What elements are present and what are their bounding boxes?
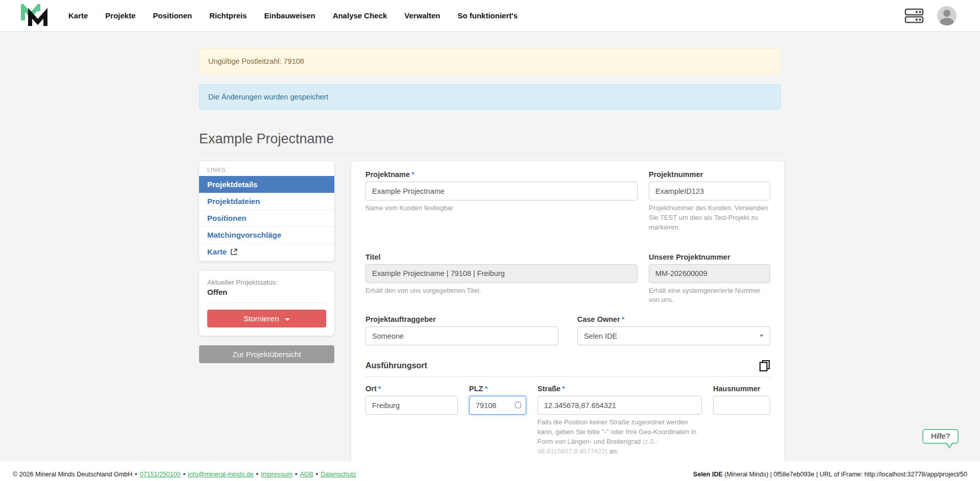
projektnummer-input[interactable]	[649, 182, 770, 200]
case-owner-label: Case Owner*	[577, 315, 770, 323]
status-panel: Aktueller Projektstatus: Offen Storniere…	[199, 271, 334, 336]
label-text: PLZ	[469, 385, 483, 393]
projektauftraggeber-input[interactable]	[365, 326, 558, 345]
page-title: Example Projectname	[199, 131, 781, 147]
links-panel: LINKS Projektdetails Projektdateien Posi…	[199, 161, 334, 261]
nav-item-projekte[interactable]: Projekte	[105, 11, 135, 20]
strasse-input[interactable]	[537, 396, 702, 415]
external-link-icon	[230, 248, 237, 256]
footer-separator: •	[316, 471, 318, 478]
footer-user: Selen IDE	[693, 471, 723, 478]
status-value: Offen	[207, 288, 326, 296]
copy-icon[interactable]	[759, 360, 770, 372]
sidebar-item-projektdetails[interactable]: Projektdetails	[199, 176, 334, 193]
label-text: Ort	[365, 385, 377, 393]
sidebar-item-label: Karte	[207, 247, 227, 256]
footer-copyright: © 2026 Mineral Minds Deutschland GmbH	[13, 471, 132, 478]
sidebar-item-karte[interactable]: Karte	[199, 243, 334, 260]
case-owner-select[interactable]: Selen IDE	[577, 326, 770, 345]
footer-link-agb[interactable]: AGB	[300, 471, 313, 478]
stornieren-button[interactable]: Stornieren	[207, 310, 326, 327]
footer-link-impressum[interactable]: Impressum	[261, 471, 292, 478]
titel-help: Erhält den von uns vorgegebenen Titel.	[365, 286, 638, 296]
footer-separator: •	[183, 471, 185, 478]
sidebar-item-label: Positionen	[207, 214, 247, 222]
titel-input	[365, 264, 638, 283]
app-viewport: Karte Projekte Positionen Richtpreis Ein…	[0, 0, 980, 462]
hausnummer-input[interactable]	[713, 396, 770, 415]
sidebar-item-label: Matchingvorschläge	[207, 231, 281, 239]
case-owner-value: Selen IDE	[584, 332, 617, 340]
footer-link-datenschutz[interactable]: Datenschutz	[321, 471, 356, 478]
chevron-down-icon	[760, 335, 764, 337]
caret-down-icon	[285, 318, 290, 321]
ort-label: Ort*	[365, 385, 458, 393]
unsere-projektnummer-help: Erhält eine systemgenerierte Nummer von …	[649, 286, 770, 306]
footer-separator: •	[295, 471, 297, 478]
projektname-label: Projektname*	[365, 170, 638, 179]
sidebar-item-projektdateien[interactable]: Projektdateien	[199, 193, 334, 210]
server-rack-icon[interactable]	[904, 8, 924, 23]
nav-item-analyse-check[interactable]: Analyse Check	[333, 11, 387, 20]
strasse-help-suffix: an.	[607, 447, 619, 455]
status-divider	[207, 302, 326, 303]
section-divider	[365, 376, 770, 377]
user-avatar[interactable]	[937, 6, 957, 26]
sidebar-item-label: Projektdateien	[207, 197, 260, 206]
projektnummer-help: Projektnummer des Kunden. Verwenden Sie …	[649, 204, 770, 233]
nav-item-einbauweisen[interactable]: Einbauweisen	[264, 11, 315, 20]
required-mark: *	[622, 315, 625, 323]
required-mark: *	[484, 385, 487, 393]
navbar-right	[904, 6, 957, 26]
nav-item-richtpreis[interactable]: Richtpreis	[209, 11, 247, 20]
footer-link-phone[interactable]: 07151/250100	[140, 471, 181, 478]
main-menu: Karte Projekte Positionen Richtpreis Ein…	[68, 11, 518, 20]
required-mark: *	[411, 170, 414, 179]
plz-label: PLZ*	[469, 385, 526, 393]
footer-separator: •	[135, 471, 137, 478]
footer: © 2026 Mineral Minds Deutschland GmbH•07…	[0, 467, 980, 481]
zur-projektuebersicht-button[interactable]: Zur Projektübersicht	[199, 345, 334, 363]
required-mark: *	[562, 385, 565, 393]
mineral-minds-logo[interactable]	[20, 4, 52, 28]
projektname-input[interactable]	[365, 182, 638, 200]
page-container: Ungültige Postleitzahl: 79108 Die Änderu…	[199, 32, 781, 462]
hausnummer-label: Hausnummer	[713, 385, 770, 393]
nav-item-so-funktionierts[interactable]: So funktioniert's	[457, 11, 518, 20]
sidebar-item-matchingvorschlaege[interactable]: Matchingvorschläge	[199, 226, 334, 243]
label-text: Straße	[537, 385, 560, 393]
project-form-card: Projektname* Name vom Kunden festlegbar …	[351, 161, 785, 462]
sidebar: LINKS Projektdetails Projektdateien Posi…	[199, 161, 334, 363]
projektnummer-label: Projektnummer	[649, 170, 770, 179]
label-text: Case Owner	[577, 315, 620, 323]
titel-label: Titel	[365, 253, 638, 261]
required-mark: *	[378, 385, 381, 393]
sidebar-item-label: Projektdetails	[207, 180, 257, 189]
footer-session-info: Selen IDE (Mineral Minds) | 0f58e7eb093e…	[693, 471, 967, 478]
strasse-help: Falls die Position keiner Straße zugeord…	[537, 418, 702, 456]
footer-separator: •	[256, 471, 258, 478]
ort-input[interactable]	[365, 396, 458, 415]
help-button[interactable]: Hilfe?	[922, 429, 959, 444]
stornieren-label: Stornieren	[243, 314, 279, 323]
links-panel-header: LINKS	[199, 161, 334, 176]
footer-session-details: (Mineral Minds) | 0f58e7eb093e | URL of …	[723, 471, 967, 478]
projektname-help: Name vom Kunden festlegbar	[365, 204, 638, 213]
nav-item-positionen[interactable]: Positionen	[153, 11, 192, 20]
strasse-help-main: Falls die Position keiner Straße zugeord…	[537, 418, 696, 445]
footer-left: © 2026 Mineral Minds Deutschland GmbH•07…	[13, 471, 356, 478]
avatar-head	[943, 10, 950, 17]
top-navbar: Karte Projekte Positionen Richtpreis Ein…	[0, 0, 980, 32]
unsere-projektnummer-input	[649, 264, 770, 283]
title-divider	[199, 153, 781, 154]
avatar-body	[940, 18, 953, 26]
ausfuehrungsort-heading: Ausführungsort	[365, 361, 427, 370]
label-text: Projektname	[365, 170, 410, 179]
footer-link-email[interactable]: info@mineral-minds.de	[188, 471, 254, 478]
info-alert: Die Änderungen wurden gespeichert	[199, 84, 781, 110]
strasse-label: Straße*	[537, 385, 702, 393]
projektauftraggeber-label: Projektauftraggeber	[365, 315, 558, 323]
nav-item-verwalten[interactable]: Verwalten	[404, 11, 440, 20]
nav-item-karte[interactable]: Karte	[68, 11, 88, 20]
sidebar-item-positionen[interactable]: Positionen	[199, 210, 334, 226]
